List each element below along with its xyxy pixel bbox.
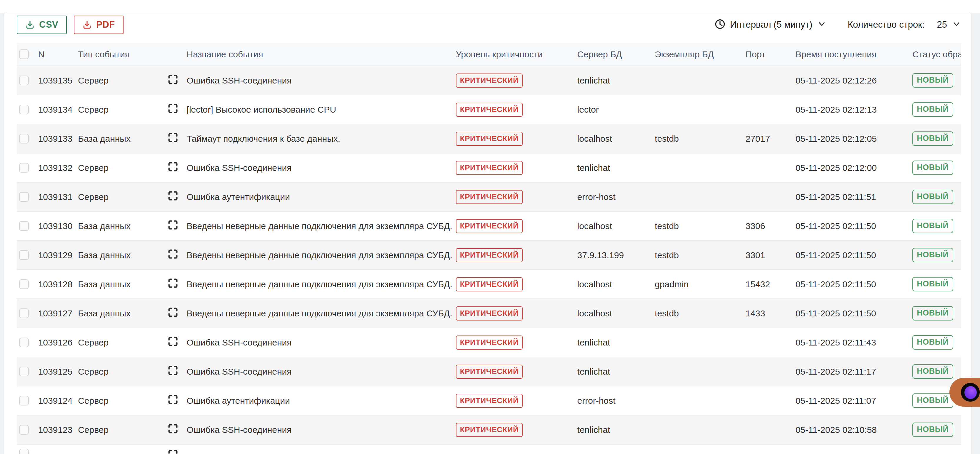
expand-icon[interactable] <box>167 365 179 376</box>
event-id: 1039132 <box>35 153 75 182</box>
db-server: tenlichat <box>574 328 651 357</box>
table-row: 1039123Сервер Ошибка SSH-соединенияКРИТИ… <box>17 415 961 444</box>
db-port <box>742 415 792 444</box>
header-db-instance[interactable]: Экземпляр БД <box>651 43 742 66</box>
db-port <box>742 182 792 211</box>
db-port: 3306 <box>742 211 792 241</box>
expand-icon[interactable] <box>167 132 179 143</box>
expand-icon[interactable] <box>167 423 179 435</box>
event-type: Сервер <box>75 386 163 415</box>
export-pdf-button[interactable]: PDF <box>74 16 124 34</box>
db-server: localhost <box>574 270 651 299</box>
header-icon-col <box>164 43 183 66</box>
row-checkbox[interactable] <box>19 279 29 289</box>
select-all-checkbox[interactable] <box>19 49 29 59</box>
event-time: 05-11-2025 02:11:51 <box>792 182 909 211</box>
event-time: 05-11-2025 02:11:50 <box>792 241 909 270</box>
db-instance <box>651 357 742 386</box>
row-checkbox[interactable] <box>19 221 29 231</box>
row-checkbox[interactable] <box>19 367 29 376</box>
status-badge-cell: НОВЫЙ <box>909 124 961 153</box>
severity-badge-cell: КРИТИЧЕСКИЙ <box>452 95 574 124</box>
event-id: 1039135 <box>35 66 75 95</box>
db-server: tenlichat <box>574 153 651 182</box>
row-checkbox[interactable] <box>19 192 29 202</box>
status-badge-cell: НОВЫЙ <box>909 357 961 386</box>
event-id: 1039128 <box>35 270 75 299</box>
severity-badge-cell: КРИТИЧЕСКИЙ <box>452 241 574 270</box>
severity-badge-cell: КРИТИЧЕСКИЙ <box>452 386 574 415</box>
row-checkbox[interactable] <box>19 105 29 114</box>
interval-dropdown[interactable]: Интервал (5 минут) <box>730 19 812 30</box>
chevron-down-icon[interactable] <box>952 20 961 29</box>
status-badge: НОВЫЙ <box>912 102 953 117</box>
header-time[interactable]: Время поступления <box>792 43 909 66</box>
event-id: 1039134 <box>35 95 75 124</box>
header-port[interactable]: Порт <box>742 43 792 66</box>
chevron-down-icon[interactable] <box>818 20 826 29</box>
event-id: 1039133 <box>35 124 75 153</box>
status-badge-cell: НОВЫЙ <box>909 182 961 211</box>
row-checkbox[interactable] <box>19 163 29 173</box>
table-row: 1039131Сервер Ошибка аутентификацииКРИТИ… <box>17 182 961 211</box>
chat-widget-button[interactable] <box>950 378 980 406</box>
header-severity[interactable]: Уровень критичности <box>452 43 574 66</box>
event-time: 05-11-2025 02:11:43 <box>792 328 909 357</box>
expand-icon[interactable] <box>167 394 179 405</box>
expand-icon[interactable] <box>167 277 179 289</box>
row-select-cell <box>17 66 35 95</box>
event-name: Введены неверные данные подключения для … <box>183 211 452 241</box>
severity-badge-cell: КРИТИЧЕСКИЙ <box>452 153 574 182</box>
expand-icon[interactable] <box>167 161 179 173</box>
event-time: 05-11-2025 02:12:00 <box>792 153 909 182</box>
row-expand-cell <box>164 444 183 454</box>
empty-cell <box>651 444 742 454</box>
event-name: Ошибка аутентификации <box>183 386 452 415</box>
row-checkbox[interactable] <box>19 396 29 405</box>
expand-icon[interactable] <box>167 103 179 114</box>
row-expand-cell <box>164 241 183 270</box>
status-badge: НОВЫЙ <box>912 422 953 437</box>
download-icon <box>82 20 92 29</box>
expand-icon[interactable] <box>167 248 179 260</box>
expand-icon[interactable] <box>167 73 179 85</box>
row-checkbox[interactable] <box>19 76 29 85</box>
status-badge: НОВЫЙ <box>912 394 953 408</box>
severity-badge-cell: КРИТИЧЕСКИЙ <box>452 182 574 211</box>
header-event-type[interactable]: Тип события <box>75 43 163 66</box>
severity-badge-cell: КРИТИЧЕСКИЙ <box>452 357 574 386</box>
row-checkbox[interactable] <box>19 425 29 435</box>
severity-badge-cell: КРИТИЧЕСКИЙ <box>452 124 574 153</box>
row-select-cell <box>17 357 35 386</box>
severity-badge: КРИТИЧЕСКИЙ <box>456 423 523 437</box>
row-select-cell <box>17 386 35 415</box>
event-time: 05-11-2025 02:11:50 <box>792 270 909 299</box>
event-type: Сервер <box>75 182 163 211</box>
status-badge-cell: НОВЫЙ <box>909 299 961 328</box>
row-checkbox[interactable] <box>19 134 29 143</box>
header-status[interactable]: Статус обработки <box>909 43 961 66</box>
rows-count-dropdown[interactable]: 25 <box>937 19 947 30</box>
header-event-name[interactable]: Название события <box>183 43 452 66</box>
row-checkbox[interactable] <box>19 338 29 347</box>
expand-icon[interactable] <box>167 219 179 231</box>
empty-cell <box>792 444 909 454</box>
header-db-server[interactable]: Сервер БД <box>574 43 651 66</box>
row-checkbox[interactable] <box>19 250 29 260</box>
row-expand-cell <box>164 124 183 153</box>
status-badge: НОВЫЙ <box>912 219 953 233</box>
row-checkbox[interactable] <box>19 308 29 318</box>
db-instance <box>651 66 742 95</box>
expand-icon[interactable] <box>167 335 179 347</box>
severity-badge: КРИТИЧЕСКИЙ <box>456 190 523 204</box>
table-row: 1039125Сервер Ошибка SSH-соединенияКРИТИ… <box>17 357 961 386</box>
row-checkbox[interactable] <box>19 449 29 454</box>
event-id <box>35 444 75 454</box>
expand-icon[interactable] <box>167 449 179 454</box>
header-n[interactable]: N <box>35 43 75 66</box>
export-csv-button[interactable]: CSV <box>17 16 67 34</box>
db-instance: testdb <box>651 211 742 241</box>
expand-icon[interactable] <box>167 306 179 318</box>
export-csv-label: CSV <box>39 19 58 30</box>
expand-icon[interactable] <box>167 190 179 202</box>
